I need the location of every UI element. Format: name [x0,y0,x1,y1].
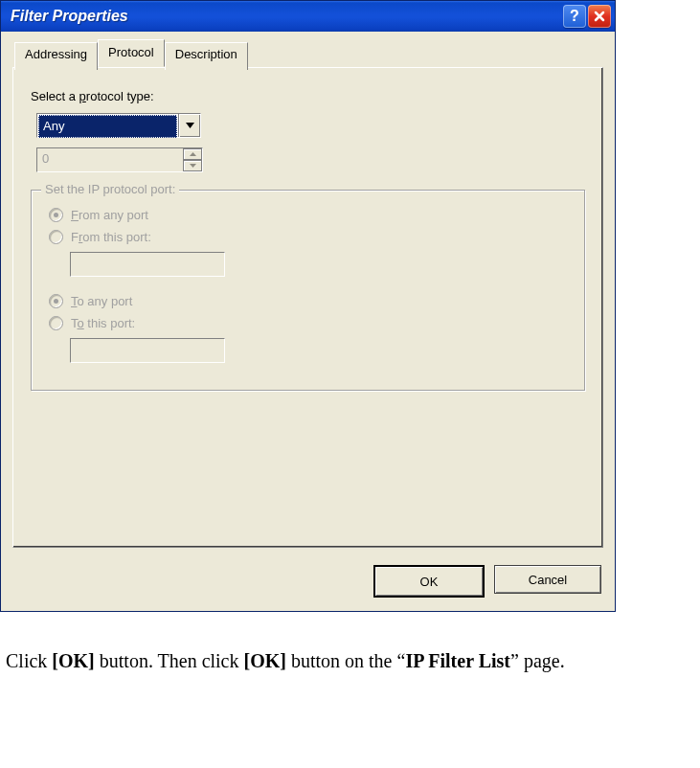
spinner-buttons [183,148,202,171]
combo-arrow-button[interactable] [178,114,200,137]
tab-label: Protocol [108,45,154,59]
ip-protocol-port-group: Set the IP protocol port: From any port … [31,190,585,391]
window-title: Filter Properties [11,8,563,25]
to-port-input [70,338,225,363]
instruction-caption: Click [OK] button. Then click [OK] butto… [6,650,700,672]
help-icon: ? [570,8,579,25]
chevron-down-icon [190,164,196,168]
protocol-type-combo[interactable]: Any [36,113,201,138]
radio-icon [49,294,63,308]
close-icon [594,11,605,22]
from-port-input [70,252,225,277]
tab-label: Addressing [25,47,87,61]
tab-protocol[interactable]: Protocol [98,39,165,67]
radio-label: To this port: [71,316,135,330]
tab-description[interactable]: Description [165,42,248,70]
spinner-value: 0 [37,148,183,171]
radio-icon [49,208,63,222]
group-title: Set the IP protocol port: [41,182,179,196]
titlebar[interactable]: Filter Properties ? [1,1,615,32]
protocol-type-label: Select a protocol type: [31,89,585,103]
protocol-controls: Any 0 [31,113,585,172]
spinner-down [183,160,202,171]
radio-label: From any port [71,208,148,222]
radio-icon [49,316,63,330]
button-label: OK [420,575,439,589]
titlebar-buttons: ? [563,5,611,28]
chevron-up-icon [190,152,196,156]
chevron-down-icon [186,123,194,128]
radio-icon [49,230,63,244]
radio-from-any-port: From any port [49,208,567,222]
tab-strip: Addressing Protocol Description [1,39,615,67]
tab-panel-protocol: Select a protocol type: Any 0 [12,67,603,548]
client-area: Addressing Protocol Description Select a… [1,32,615,611]
close-button[interactable] [588,5,611,28]
radio-label: From this port: [71,230,151,244]
button-label: Cancel [529,573,567,587]
dialog-button-row: OK Cancel [1,548,615,611]
filter-properties-dialog: Filter Properties ? Addressing Protocol … [0,0,616,612]
protocol-number-spinner: 0 [36,147,203,172]
tab-label: Description [175,47,237,61]
radio-label: To any port [71,294,132,308]
spinner-up [183,148,202,160]
ok-button[interactable]: OK [373,565,485,598]
tab-addressing[interactable]: Addressing [14,42,98,70]
help-button[interactable]: ? [563,5,586,28]
radio-to-any-port: To any port [49,294,567,308]
cancel-button[interactable]: Cancel [494,565,601,594]
radio-to-this-port: To this port: [49,316,567,330]
radio-from-this-port: From this port: [49,230,567,244]
protocol-type-value: Any [38,115,177,138]
